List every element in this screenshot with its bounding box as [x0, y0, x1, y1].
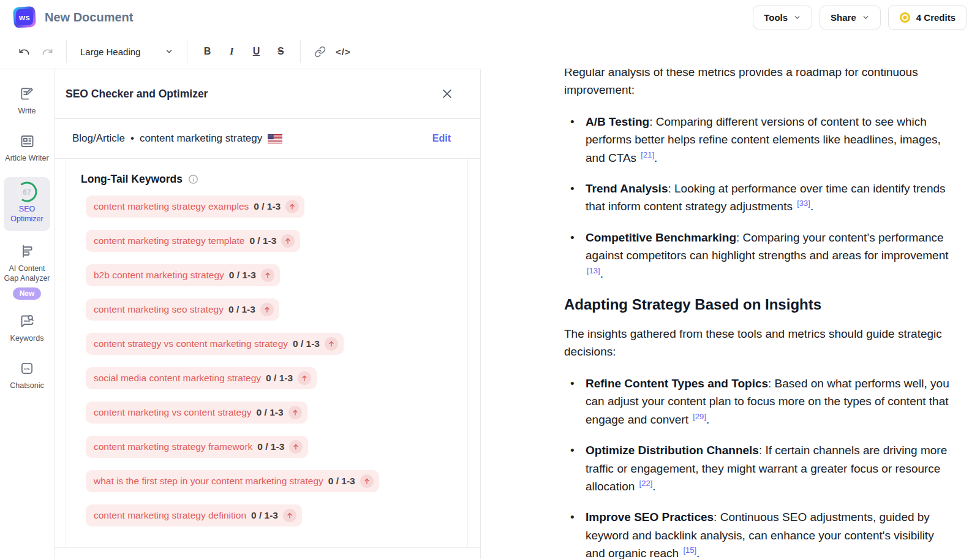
keyword-text: content strategy vs content marketing st… [94, 338, 288, 349]
chevron-down-icon [165, 47, 173, 56]
sidebar-item-chatsonic[interactable]: csChatsonic [2, 360, 51, 390]
doc-bullet: Improve SEO Practices: Continuous SEO ad… [570, 508, 956, 559]
sidebar: WriteArticle Writer 67SEO OptimizerAI Co… [0, 69, 55, 559]
citation-link[interactable]: [13] [587, 266, 600, 275]
seo-panel: SEO Checker and Optimizer Blog/Article •… [55, 69, 481, 559]
arrow-up-icon [325, 337, 338, 351]
keyword-pill[interactable]: content marketing strategy definition0 /… [86, 504, 302, 527]
keyword-pill[interactable]: what is the first step in your content m… [86, 470, 379, 492]
seo-panel-header: SEO Checker and Optimizer [55, 69, 480, 119]
keyword-text: content marketing vs content strategy [94, 407, 252, 418]
keyword-count: 0 / 1-3 [293, 338, 320, 349]
chatsonic-icon: cs [19, 360, 35, 377]
doc-bullet: Refine Content Types and Topics: Based o… [570, 375, 956, 430]
citation-link[interactable]: [15] [683, 546, 696, 555]
sidebar-item-label: SEO Optimizer [4, 204, 50, 224]
sidebar-item-keywords[interactable]: Keywords [2, 313, 51, 343]
citation-link[interactable]: [22] [639, 479, 653, 488]
toolbar-divider [187, 40, 187, 63]
sidebar-item-ai-content-gap-analyzer[interactable]: AI Content Gap AnalyzerNew [2, 243, 51, 300]
keyword-count: 0 / 1-3 [328, 476, 355, 487]
keyword-pill[interactable]: content marketing strategy examples0 / 1… [86, 196, 304, 218]
seo-settings-summary: Blog/Article • content marketing strateg… [72, 132, 282, 145]
keyword-pill[interactable]: content marketing strategy framework0 / … [86, 436, 308, 458]
redo-button[interactable] [36, 40, 59, 63]
document-canvas[interactable]: Regular analysis of these metrics provid… [481, 69, 980, 559]
arrow-up-icon [260, 303, 274, 316]
bullet-term: Trend Analysis [586, 182, 668, 195]
code-button[interactable]: </> [331, 40, 355, 63]
header-actions: Tools Share 4 Credits [753, 5, 967, 30]
share-button-label: Share [831, 12, 856, 23]
underline-button[interactable]: U [244, 40, 268, 63]
target-keyword-label: content marketing strategy [140, 132, 262, 145]
long-tail-keywords-section: Long-Tail Keywords content marketing str… [66, 159, 468, 559]
doc-bullet: Optimize Distribution Channels: If certa… [570, 441, 956, 496]
undo-icon [18, 46, 30, 58]
italic-button[interactable]: I [219, 40, 244, 63]
citation-link[interactable]: [29] [693, 412, 706, 421]
keyword-pill[interactable]: content marketing seo strategy0 / 1-3 [86, 299, 279, 321]
new-badge: New [13, 287, 42, 300]
sidebar-item-article-writer[interactable]: Article Writer [2, 132, 51, 163]
credits-button[interactable]: 4 Credits [888, 5, 967, 30]
keyword-count: 0 / 1-3 [257, 441, 284, 452]
share-button[interactable]: Share [820, 6, 881, 29]
doc-paragraph: The insights gathered from these tools a… [564, 325, 956, 361]
close-icon [441, 88, 453, 100]
text-style-value: Large Heading [80, 47, 140, 57]
arrow-up-icon [261, 268, 274, 282]
app-header: ws New Document Tools Share 4 Credits [0, 0, 980, 34]
long-tail-keywords-title: Long-Tail Keywords [81, 173, 183, 186]
keyword-count: 0 / 1-3 [266, 373, 293, 384]
keyword-text: content marketing strategy definition [94, 510, 246, 521]
sidebar-item-seo-optimizer[interactable]: 67SEO Optimizer [4, 177, 50, 231]
tools-button[interactable]: Tools [753, 6, 812, 29]
bold-button[interactable]: B [195, 40, 219, 63]
doc-bullet-list: A/B Testing: Comparing different version… [564, 113, 956, 284]
bullet-term: Refine Content Types and Topics [586, 377, 768, 390]
strikethrough-button[interactable]: S [268, 40, 293, 63]
document-title[interactable]: New Document [45, 10, 133, 25]
edit-button[interactable]: Edit [432, 133, 451, 144]
keyword-text: social media content marketing strategy [94, 373, 261, 384]
redo-icon [42, 46, 53, 58]
link-button[interactable] [308, 40, 331, 63]
svg-text:cs: cs [24, 366, 30, 371]
sidebar-item-write[interactable]: Write [2, 85, 51, 116]
close-panel-button[interactable] [439, 85, 456, 102]
keyword-pill[interactable]: content strategy vs content marketing st… [86, 333, 344, 355]
sidebar-item-label: Article Writer [5, 153, 48, 163]
keyword-pill[interactable]: content marketing vs content strategy0 /… [86, 401, 307, 424]
keyword-text: content marketing strategy framework [94, 441, 252, 452]
citation-link[interactable]: [21] [641, 150, 654, 159]
keyword-count: 0 / 1-3 [254, 201, 281, 212]
keyword-pill[interactable]: content marketing strategy template0 / 1… [86, 230, 300, 252]
chevron-down-icon [862, 13, 870, 21]
long-tail-keywords-header: Long-Tail Keywords [81, 173, 467, 186]
undo-button[interactable] [12, 40, 36, 63]
keyword-count: 0 / 1-3 [249, 235, 276, 246]
arrow-up-icon [283, 509, 296, 522]
keywords-icon [19, 313, 36, 330]
keyword-pill[interactable]: social media content marketing strategy0… [86, 367, 317, 389]
bullet-term: Competitive Benchmarking [586, 231, 736, 244]
arrow-up-icon [281, 234, 295, 248]
toolbar-divider [66, 40, 67, 63]
sidebar-item-label: Chatsonic [10, 381, 44, 390]
keyword-pill[interactable]: b2b content marketing strategy0 / 1-3 [86, 264, 280, 286]
doc-bullet-list: Refine Content Types and Topics: Based o… [564, 375, 956, 559]
link-icon [314, 46, 326, 58]
write-icon [19, 85, 35, 102]
credits-button-label: 4 Credits [916, 12, 956, 23]
arrow-up-icon [288, 406, 302, 419]
text-style-select[interactable]: Large Heading [74, 47, 179, 57]
bullet-term: Improve SEO Practices [586, 511, 714, 523]
citation-link[interactable]: [33] [797, 199, 810, 208]
sidebar-item-label: Write [18, 106, 36, 116]
keyword-text: b2b content marketing strategy [94, 270, 224, 281]
info-icon[interactable] [188, 174, 198, 184]
writesonic-logo[interactable]: ws [13, 7, 36, 28]
keyword-pill-list: content marketing strategy examples0 / 1… [86, 196, 467, 527]
logo-mark: ws [16, 9, 33, 25]
